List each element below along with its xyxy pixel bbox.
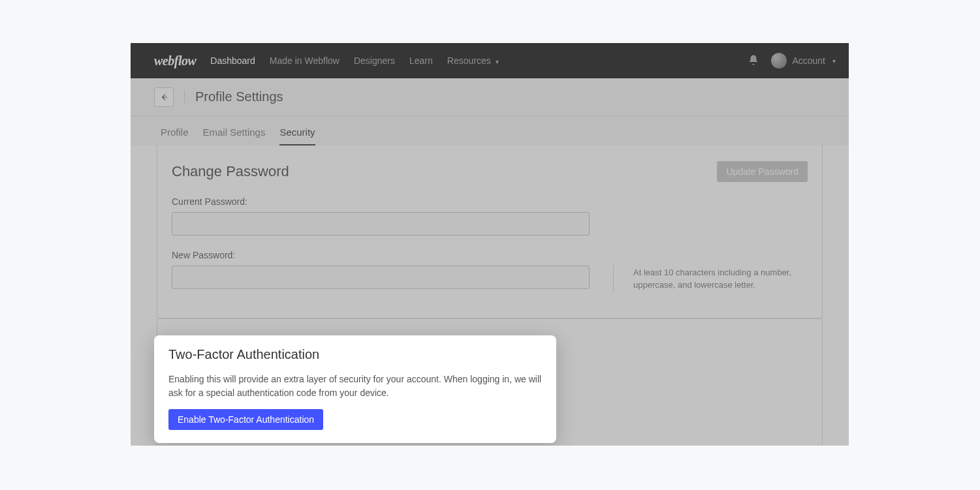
new-password-label: New Password:	[172, 250, 808, 260]
panel-header: Change Password Update Password	[172, 161, 808, 182]
chevron-down-icon: ▾	[832, 57, 836, 65]
change-password-panel: Change Password Update Password Current …	[157, 145, 823, 318]
current-password-input[interactable]	[172, 212, 590, 236]
two-factor-title: Two-Factor Authentication	[168, 347, 542, 362]
nav-learn[interactable]: Learn	[409, 55, 433, 66]
two-factor-popover: Two-Factor Authentication Enabling this …	[154, 335, 556, 443]
avatar	[771, 53, 787, 69]
nav-resources[interactable]: Resources ▾	[447, 55, 499, 66]
tab-row: Profile Email Settings Security	[131, 116, 849, 145]
tab-security[interactable]: Security	[279, 127, 315, 145]
divider	[184, 90, 185, 104]
new-password-row: At least 10 characters including a numbe…	[172, 266, 808, 292]
update-password-button[interactable]: Update Password	[717, 161, 808, 182]
enable-two-factor-button[interactable]: Enable Two-Factor Authentication	[168, 409, 323, 430]
tab-profile[interactable]: Profile	[161, 127, 189, 145]
two-factor-description: Enabling this will provide an extra laye…	[168, 373, 542, 400]
arrow-left-icon	[159, 93, 168, 102]
change-password-title: Change Password	[172, 163, 289, 180]
nav-dashboard[interactable]: Dashboard	[210, 55, 255, 66]
tab-email-settings[interactable]: Email Settings	[203, 127, 266, 145]
back-button[interactable]	[154, 87, 174, 107]
password-hint: At least 10 characters including a numbe…	[633, 266, 803, 292]
chevron-down-icon: ▾	[496, 58, 499, 65]
page-header: Profile Settings	[131, 78, 849, 116]
nav-resources-label: Resources	[447, 55, 491, 66]
bell-icon[interactable]	[748, 54, 759, 68]
page-title: Profile Settings	[195, 89, 283, 104]
account-menu[interactable]: Account ▾	[771, 53, 836, 69]
topbar-right: Account ▾	[748, 53, 836, 69]
brand-logo[interactable]: webflow	[154, 54, 196, 69]
topbar: webflow Dashboard Made in Webflow Design…	[131, 43, 849, 78]
divider	[613, 266, 614, 292]
app-frame: webflow Dashboard Made in Webflow Design…	[131, 43, 849, 446]
nav-designers[interactable]: Designers	[354, 55, 395, 66]
current-password-label: Current Password:	[172, 196, 808, 207]
nav-made-in-webflow[interactable]: Made in Webflow	[270, 55, 340, 66]
account-label: Account	[792, 55, 825, 66]
new-password-input[interactable]	[172, 266, 590, 289]
